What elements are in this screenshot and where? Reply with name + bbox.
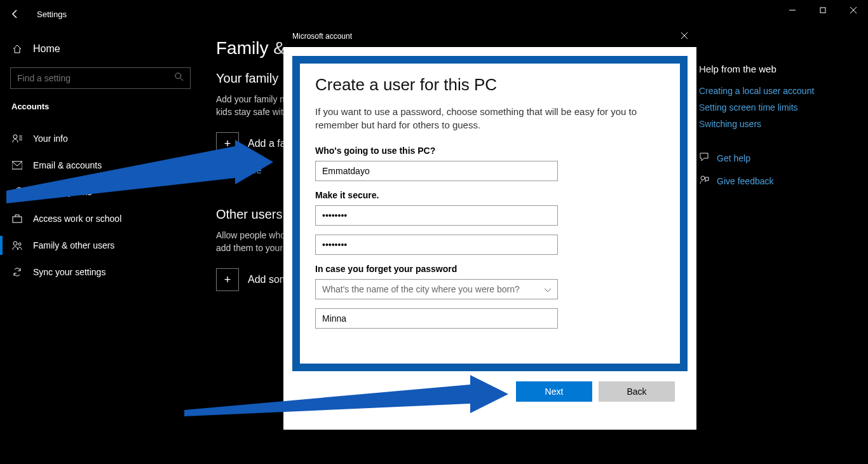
sidebar-home-label: Home	[33, 43, 60, 55]
username-field[interactable]	[315, 161, 558, 181]
back-icon[interactable]	[9, 8, 22, 20]
password-field[interactable]	[315, 205, 558, 226]
sidebar-item-family[interactable]: Family & other users	[0, 232, 201, 259]
back-button[interactable]: Back	[599, 381, 675, 402]
maximize-button[interactable]	[808, 0, 837, 20]
help-link-local-user[interactable]: Creating a local user account	[699, 86, 845, 96]
help-link-screen-time[interactable]: Setting screen time limits	[699, 102, 845, 113]
svg-rect-12	[13, 217, 22, 222]
sidebar-item-email[interactable]: Email & accounts	[0, 152, 201, 179]
minimize-button[interactable]	[778, 0, 807, 20]
sidebar-item-label: Email & accounts	[33, 160, 102, 170]
give-feedback-label: Give feedback	[717, 176, 774, 186]
sidebar-item-your-info[interactable]: Your info	[0, 125, 201, 152]
svg-point-6	[13, 135, 17, 139]
sidebar-item-signin[interactable]: Sign-in options	[0, 179, 201, 205]
mail-icon	[11, 160, 23, 171]
chat-icon	[699, 152, 709, 165]
plus-icon: +	[216, 132, 239, 155]
help-panel: Help from the web Creating a local user …	[699, 64, 845, 198]
svg-rect-1	[820, 8, 825, 13]
sidebar-section-label: Accounts	[0, 102, 201, 111]
plus-icon: +	[216, 268, 239, 291]
microsoft-account-dialog: Microsoft account Create a user for this…	[283, 25, 696, 430]
username-input[interactable]	[322, 166, 551, 176]
search-input-wrap[interactable]	[10, 67, 191, 89]
sidebar: Home Accounts Your info Email & accounts…	[0, 28, 201, 464]
password-input[interactable]	[322, 210, 551, 221]
key-icon	[11, 186, 23, 198]
sidebar-home[interactable]: Home	[0, 38, 201, 60]
svg-point-14	[18, 243, 21, 245]
search-icon	[175, 72, 184, 84]
confirm-password-input[interactable]	[322, 240, 551, 250]
sidebar-item-label: Sign-in options	[33, 187, 92, 197]
app-title: Settings	[37, 10, 67, 19]
confirm-password-field[interactable]	[315, 235, 558, 255]
next-button[interactable]: Next	[516, 381, 592, 402]
sidebar-item-label: Family & other users	[33, 240, 114, 250]
security-question-value: What's the name of the city where you we…	[322, 284, 520, 294]
dialog-title: Microsoft account	[292, 32, 352, 41]
get-help-label: Get help	[717, 153, 750, 163]
chevron-down-icon	[545, 284, 551, 294]
security-answer-field[interactable]	[315, 308, 558, 329]
give-feedback-link[interactable]: Give feedback	[699, 175, 845, 188]
dialog-desc: If you want to use a password, choose so…	[315, 105, 665, 132]
feedback-icon	[699, 175, 709, 188]
sidebar-item-label: Access work or school	[33, 214, 121, 224]
svg-point-15	[701, 176, 705, 180]
question-username: Who's going to use this PC?	[315, 146, 665, 156]
home-icon	[11, 43, 23, 55]
question-password: Make it secure.	[315, 190, 665, 200]
security-question-select[interactable]: What's the name of the city where you we…	[315, 279, 558, 299]
help-link-switching[interactable]: Switching users	[699, 119, 845, 129]
svg-point-13	[13, 242, 17, 245]
svg-point-11	[17, 188, 22, 193]
close-button[interactable]	[839, 0, 868, 20]
sidebar-item-work[interactable]: Access work or school	[0, 205, 201, 232]
svg-point-4	[175, 73, 181, 79]
svg-line-5	[180, 78, 183, 81]
security-answer-input[interactable]	[322, 313, 551, 324]
sync-icon	[11, 266, 23, 278]
family-icon	[11, 240, 23, 251]
briefcase-icon	[11, 213, 23, 224]
get-help-link[interactable]: Get help	[699, 152, 845, 165]
search-input[interactable]	[17, 73, 175, 83]
question-security: In case you forget your password	[315, 264, 665, 274]
sidebar-item-sync[interactable]: Sync your settings	[0, 259, 201, 285]
help-title: Help from the web	[699, 64, 845, 74]
sidebar-item-label: Sync your settings	[33, 267, 105, 277]
user-icon	[11, 133, 23, 144]
dialog-close-icon[interactable]	[681, 32, 688, 41]
sidebar-item-label: Your info	[33, 133, 68, 144]
dialog-heading: Create a user for this PC	[315, 75, 665, 95]
